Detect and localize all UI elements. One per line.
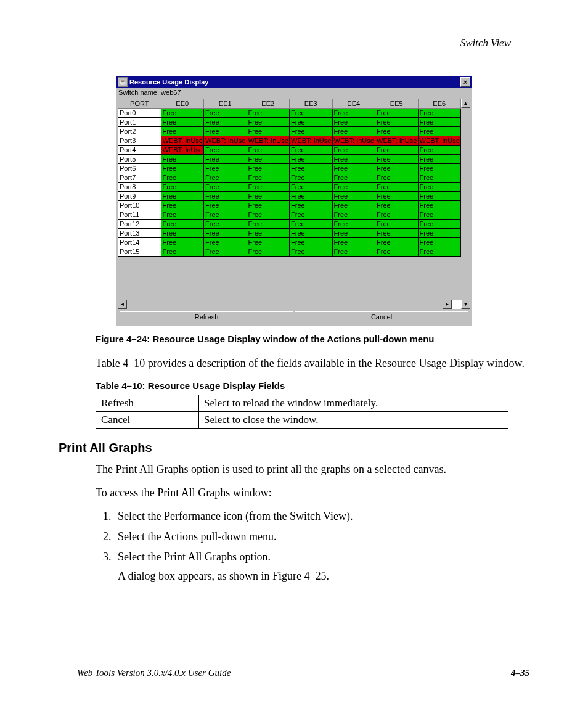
free-cell: Free [247,201,290,210]
table-row: Port7FreeFreeFreeFreeFreeFreeFree [118,173,461,183]
fields-table: RefreshSelect to reload the window immed… [96,395,508,429]
scroll-down-icon[interactable]: ▼ [461,300,470,309]
column-header: PORT [118,99,161,109]
free-cell: Free [332,155,375,164]
free-cell: Free [418,155,461,164]
inuse-cell: WEBT: InUse [247,136,290,146]
free-cell: Free [332,146,375,155]
scroll-up-icon[interactable]: ▲ [461,99,470,108]
free-cell: Free [418,220,461,229]
free-cell: Free [247,127,290,136]
free-cell: Free [332,192,375,201]
port-cell: Port11 [118,210,161,220]
port-cell: Port5 [118,155,161,164]
free-cell: Free [375,192,419,201]
step-follow-text: A dialog box appears, as shown in Figure… [118,570,529,583]
free-cell: Free [204,201,247,210]
free-cell: Free [375,229,419,238]
resource-table: PORTEE0EE1EE2EE3EE4EE5EE6 Port0FreeFreeF… [118,99,461,257]
free-cell: Free [161,127,204,136]
free-cell: Free [204,210,247,220]
table-row: Port8FreeFreeFreeFreeFreeFreeFree [118,183,461,192]
free-cell: Free [161,220,204,229]
vscroll-track[interactable] [461,108,470,300]
table-row: CancelSelect to close the window. [96,411,508,428]
column-header: EE3 [290,99,333,109]
free-cell: Free [290,118,333,127]
free-cell: Free [161,238,204,247]
table-row: Port15FreeFreeFreeFreeFreeFreeFree [118,247,461,257]
list-item: Select the Print All Graphs option.A dia… [114,551,529,583]
table-empty-area [118,257,461,300]
free-cell: Free [418,247,461,257]
free-cell: Free [290,127,333,136]
free-cell: Free [161,201,204,210]
table-row: Port11FreeFreeFreeFreeFreeFreeFree [118,210,461,220]
free-cell: Free [204,192,247,201]
free-cell: Free [247,118,290,127]
inuse-cell: WEBT: InUse [161,146,204,155]
table-row: Port14FreeFreeFreeFreeFreeFreeFree [118,238,461,247]
free-cell: Free [204,173,247,183]
table-row: Port0FreeFreeFreeFreeFreeFreeFree [118,109,461,118]
inuse-cell: WEBT: InUse [290,136,333,146]
free-cell: Free [247,146,290,155]
paragraph-2: The Print All Graphs option is used to p… [96,462,529,477]
hscroll-track[interactable] [127,300,443,309]
free-cell: Free [247,238,290,247]
free-cell: Free [204,247,247,257]
free-cell: Free [247,247,290,257]
free-cell: Free [375,155,419,164]
free-cell: Free [204,127,247,136]
table-row: RefreshSelect to reload the window immed… [96,395,508,411]
header-section: Switch View [460,37,511,49]
table-row: Port1FreeFreeFreeFreeFreeFreeFree [118,118,461,127]
free-cell: Free [290,220,333,229]
free-cell: Free [290,229,333,238]
resource-usage-window: ☕ Resource Usage Display × Switch name: … [116,76,472,326]
free-cell: Free [161,173,204,183]
free-cell: Free [204,183,247,192]
horizontal-scrollbar[interactable]: ◄ ► [118,300,452,309]
free-cell: Free [247,155,290,164]
refresh-button[interactable]: Refresh [120,311,293,322]
table-row: Port10FreeFreeFreeFreeFreeFreeFree [118,201,461,210]
titlebar: ☕ Resource Usage Display × [116,76,472,88]
steps-list: Select the Performance icon (from the Sw… [96,510,529,583]
table-row: Port4WEBT: InUseFreeFreeFreeFreeFreeFree [118,146,461,155]
list-item: Select the Actions pull-down menu. [114,530,529,543]
free-cell: Free [375,183,419,192]
port-cell: Port12 [118,220,161,229]
free-cell: Free [418,229,461,238]
column-header: EE4 [332,99,375,109]
free-cell: Free [290,173,333,183]
column-header: EE2 [247,99,290,109]
column-header: EE1 [204,99,247,109]
close-icon[interactable]: × [460,77,470,87]
field-desc: Select to close the window. [199,411,508,428]
free-cell: Free [332,220,375,229]
free-cell: Free [332,229,375,238]
free-cell: Free [204,155,247,164]
scroll-left-icon[interactable]: ◄ [118,300,127,309]
free-cell: Free [418,127,461,136]
vertical-scrollbar[interactable]: ▲ ▼ [461,99,470,309]
free-cell: Free [418,201,461,210]
free-cell: Free [161,192,204,201]
java-icon: ☕ [118,77,128,87]
free-cell: Free [332,201,375,210]
cancel-button[interactable]: Cancel [295,311,468,322]
free-cell: Free [290,210,333,220]
port-cell: Port10 [118,201,161,210]
table-row: Port13FreeFreeFreeFreeFreeFreeFree [118,229,461,238]
field-desc: Select to reload the window immediately. [199,395,508,411]
free-cell: Free [332,127,375,136]
window-title: Resource Usage Display [129,78,460,86]
free-cell: Free [332,164,375,173]
free-cell: Free [247,192,290,201]
port-cell: Port8 [118,183,161,192]
scroll-right-icon[interactable]: ► [443,300,452,309]
table-caption: Table 4–10: Resource Usage Display Field… [96,380,529,391]
free-cell: Free [204,238,247,247]
free-cell: Free [418,164,461,173]
